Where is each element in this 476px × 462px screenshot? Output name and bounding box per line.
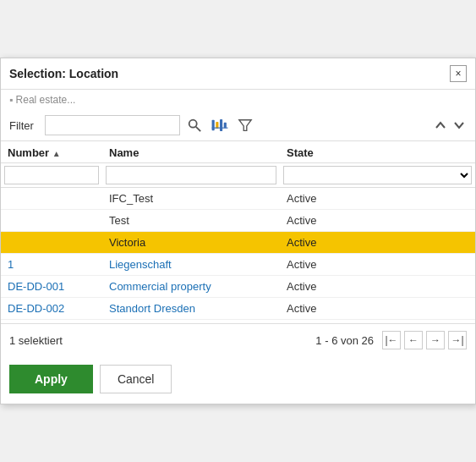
name-filter-input[interactable] [106,166,276,184]
data-table: Number ▲ Name State Active [1,141,475,320]
funnel-icon [238,118,253,133]
number-link[interactable]: 1 [8,258,14,271]
apply-button[interactable]: Apply [9,365,93,393]
cell-state: Active [280,210,475,232]
column-filter-icon [211,118,229,133]
svg-line-1 [196,127,200,131]
cell-number: DE-DD-001 [1,276,102,298]
cell-number [1,188,102,210]
svg-point-0 [189,120,197,128]
search-icon [187,118,202,133]
cell-state: Active [280,232,475,254]
chevron-up-icon [435,119,446,131]
sort-indicator-number: ▲ [52,149,61,158]
close-button[interactable]: × [450,65,467,82]
cell-number [1,210,102,232]
table-row[interactable]: TestActive [1,210,475,232]
table-row[interactable]: IFC_TestActive [1,188,475,210]
selected-count: 1 selektiert [9,334,63,347]
column-header-name[interactable]: Name [102,141,280,163]
table-header: Number ▲ Name State [1,141,475,163]
page-first-button[interactable]: |← [382,331,401,349]
filter-navigation [433,118,467,133]
svg-rect-2 [212,120,215,131]
page-info: 1 - 6 von 26 [315,334,374,347]
cell-name: Liegenschaft [102,254,280,276]
filter-input[interactable] [45,115,180,135]
cell-state: Active [280,298,475,320]
table-body: IFC_TestActiveTestActiveVictoriaActive1L… [1,188,475,320]
cell-number: DE-DD-002 [1,298,102,320]
cancel-button[interactable]: Cancel [100,365,172,393]
page-next-button[interactable]: → [426,331,445,349]
table-row[interactable]: VictoriaActive [1,232,475,254]
cell-name: Commercial property [102,276,280,298]
svg-rect-5 [224,123,227,128]
svg-marker-7 [239,120,251,131]
column-header-number[interactable]: Number ▲ [1,141,102,163]
selection-dialog: Selection: Location × Real estate... Fil… [0,58,476,404]
filter-label: Filter [9,119,40,132]
number-link[interactable]: DE-DD-001 [8,280,64,293]
number-filter-input[interactable] [4,166,99,184]
filter-row: Filter [1,110,475,141]
column-filter-button[interactable] [209,116,231,135]
dialog-header: Selection: Location × [1,58,475,90]
search-button[interactable] [185,116,204,135]
chevron-down-icon [453,119,465,131]
cell-name: Standort Dresden [102,298,280,320]
cell-state: Active [280,254,475,276]
footer-status: 1 selektiert 1 - 6 von 26 |← ← → →| [1,323,475,356]
filter-down-button[interactable] [451,118,467,133]
action-row: Apply Cancel [1,356,475,404]
page-last-button[interactable]: →| [448,331,467,349]
cell-state: Active [280,276,475,298]
table-row[interactable]: 1LiegenschaftActive [1,254,475,276]
dialog-title: Selection: Location [9,67,118,80]
table-row[interactable]: DE-DD-001Commercial propertyActive [1,276,475,298]
table-row[interactable]: DE-DD-002Standort DresdenActive [1,298,475,320]
cell-state: Active [280,188,475,210]
cell-name: Test [102,210,280,232]
column-header-state[interactable]: State [280,141,475,163]
funnel-filter-button[interactable] [236,116,254,135]
page-prev-button[interactable]: ← [404,331,423,349]
pagination: 1 - 6 von 26 |← ← → →| [315,331,467,349]
cell-name: IFC_Test [102,188,280,210]
state-filter-select[interactable]: Active [283,166,472,184]
filter-up-button[interactable] [433,118,448,133]
column-filter-inputs: Active [1,163,475,188]
breadcrumb: Real estate... [1,90,475,110]
cell-name: Victoria [102,232,280,254]
cell-number: 1 [1,254,102,276]
svg-rect-4 [220,119,222,131]
cell-number [1,232,102,254]
number-link[interactable]: DE-DD-002 [8,302,64,315]
